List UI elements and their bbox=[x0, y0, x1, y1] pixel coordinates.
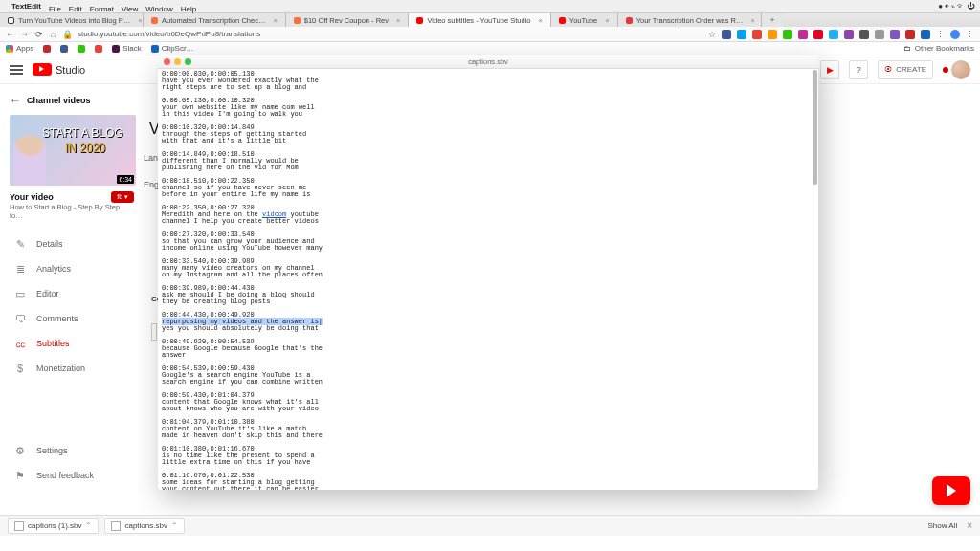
tb-badge[interactable]: fb ▾ bbox=[111, 191, 134, 203]
bookmark-icon[interactable] bbox=[95, 45, 102, 53]
ext-icon[interactable] bbox=[722, 30, 731, 39]
menu-label: Settings bbox=[36, 446, 68, 455]
scrollbar-thumb[interactable] bbox=[813, 70, 817, 185]
tab-label: $10 Off Rev Coupon - Rev bbox=[304, 16, 389, 25]
star-icon[interactable]: ☆ bbox=[707, 30, 716, 38]
favicon-notion-icon bbox=[8, 17, 14, 24]
ext-icon[interactable] bbox=[752, 30, 762, 39]
favicon-rev-icon bbox=[294, 17, 301, 24]
tab-close-icon[interactable]: × bbox=[396, 16, 400, 25]
sidebar-item-comments[interactable]: 🗨Comments bbox=[4, 306, 140, 331]
menu-icon: $ bbox=[13, 362, 27, 375]
youtube-pip[interactable] bbox=[932, 476, 970, 505]
home-button-icon[interactable]: ⌂ bbox=[49, 30, 57, 38]
ext-icon[interactable] bbox=[813, 30, 823, 39]
lock-icon[interactable]: 🔒 bbox=[63, 30, 72, 38]
tab-close-icon[interactable]: × bbox=[273, 16, 277, 25]
ext-overflow-icon[interactable]: ⋮ bbox=[936, 30, 945, 38]
back-to-channel[interactable]: ← Channel videos bbox=[4, 90, 140, 115]
ext-icon[interactable] bbox=[768, 30, 777, 39]
your-video-label: Your video bbox=[10, 192, 54, 202]
close-shelf-icon[interactable]: × bbox=[967, 520, 972, 531]
sidebar-item-send-feedback[interactable]: ⚑Send feedback bbox=[4, 463, 140, 488]
address-url[interactable]: studio.youtube.com/video/b6DeQwPdPu8/tra… bbox=[78, 30, 260, 38]
menu-label: Monetization bbox=[36, 364, 85, 373]
tab-rev-2[interactable]: $10 Off Rev Coupon - Rev× bbox=[286, 13, 410, 27]
tab-rev-1[interactable]: Automated Transcription Chec…× bbox=[144, 13, 286, 27]
ext-icon[interactable] bbox=[798, 30, 808, 39]
menu-file[interactable]: File bbox=[49, 5, 61, 13]
studio-logo[interactable]: Studio bbox=[33, 63, 85, 76]
textedit-body[interactable]: 0:00:00.030,0:00:05.130 have you ever wo… bbox=[158, 69, 818, 490]
bookmark-apps[interactable]: Apps bbox=[6, 44, 33, 53]
avatar[interactable] bbox=[951, 60, 970, 79]
tab-gmail[interactable]: Your Transcription Order was R…× bbox=[618, 13, 762, 27]
bookmark-icon[interactable] bbox=[78, 45, 85, 53]
ext-icon[interactable] bbox=[783, 30, 792, 39]
tab-close-icon[interactable]: × bbox=[538, 16, 542, 25]
bookmark-icon[interactable] bbox=[60, 45, 68, 53]
tubebuddy-icon[interactable]: ▶ bbox=[820, 60, 839, 79]
menu-label: Editor bbox=[36, 289, 59, 298]
tab-youtube[interactable]: YouTube× bbox=[551, 13, 618, 27]
ext-icon[interactable] bbox=[859, 30, 869, 39]
ext-icon[interactable] bbox=[829, 30, 838, 39]
menu-format[interactable]: Format bbox=[90, 5, 114, 13]
window-close-icon[interactable] bbox=[164, 58, 170, 65]
menu-label: Send feedback bbox=[36, 471, 94, 480]
file-icon bbox=[14, 521, 24, 531]
window-zoom-icon[interactable] bbox=[185, 58, 191, 65]
menu-icon: 🗨 bbox=[13, 312, 27, 325]
chevron-up-icon[interactable]: ⌃ bbox=[85, 521, 92, 530]
back-button-icon[interactable]: ← bbox=[6, 30, 14, 38]
sidebar-item-editor[interactable]: ▭Editor bbox=[4, 281, 140, 306]
menu-window[interactable]: Window bbox=[145, 5, 172, 13]
tab-close-icon[interactable]: × bbox=[138, 16, 142, 25]
tab-close-icon[interactable]: × bbox=[751, 16, 755, 25]
chrome-menu-icon[interactable]: ⋮ bbox=[966, 30, 974, 38]
browser-tabstrip: Turn YouTube Videos into Blog P…× Automa… bbox=[0, 13, 980, 27]
window-titlebar[interactable]: captions.sbv bbox=[158, 55, 818, 69]
menu-edit[interactable]: Edit bbox=[69, 5, 82, 13]
video-thumbnail[interactable]: START A BLOG IN 2020 6:34 bbox=[10, 115, 136, 186]
create-button[interactable]: ⦿ CREATE bbox=[878, 60, 933, 79]
sidebar-item-analytics[interactable]: ≣Analytics bbox=[4, 256, 140, 281]
forward-button-icon[interactable]: → bbox=[20, 30, 29, 38]
menu-help[interactable]: Help bbox=[181, 5, 196, 13]
menu-view[interactable]: View bbox=[122, 5, 138, 13]
tab-notion[interactable]: Turn YouTube Videos into Blog P…× bbox=[0, 13, 144, 27]
menubar-app-name[interactable]: TextEdit bbox=[11, 2, 41, 11]
tab-youtube-studio[interactable]: Video subtitles - YouTube Studio× bbox=[409, 13, 550, 27]
other-bookmarks[interactable]: Other Bookmarks bbox=[915, 44, 974, 53]
menu-label: Analytics bbox=[36, 264, 71, 274]
folder-icon: 🗀 bbox=[903, 44, 911, 53]
download-item[interactable]: captions.sbv ⌃ bbox=[104, 518, 184, 534]
help-icon[interactable]: ? bbox=[849, 60, 868, 79]
show-all-downloads[interactable]: Show All bbox=[927, 521, 957, 530]
sidebar-item-subtitles[interactable]: ㏄Subtitles bbox=[4, 331, 140, 356]
ext-icon[interactable] bbox=[921, 30, 930, 39]
bookmark-clipscribe[interactable]: ClipScr… bbox=[151, 44, 194, 53]
ext-icon[interactable] bbox=[890, 30, 900, 39]
hamburger-icon[interactable] bbox=[10, 65, 23, 75]
reload-button-icon[interactable]: ⟳ bbox=[34, 30, 43, 38]
sidebar-item-monetization[interactable]: $Monetization bbox=[4, 356, 140, 381]
tab-close-icon[interactable]: × bbox=[605, 16, 609, 25]
profile-icon[interactable] bbox=[950, 30, 960, 39]
ext-icon[interactable] bbox=[844, 30, 854, 39]
window-minimize-icon[interactable] bbox=[174, 58, 181, 65]
bookmark-slack[interactable]: Slack bbox=[112, 44, 142, 53]
sidebar-item-settings[interactable]: ⚙Settings bbox=[4, 438, 140, 463]
ext-icon[interactable] bbox=[737, 30, 746, 39]
menu-label: Comments bbox=[36, 314, 78, 323]
chevron-up-icon[interactable]: ⌃ bbox=[171, 521, 178, 530]
bookmark-icon[interactable] bbox=[43, 45, 51, 53]
textedit-window[interactable]: captions.sbv 0:00:00.030,0:00:05.130 hav… bbox=[158, 55, 818, 490]
sbv-text[interactable]: 0:00:00.030,0:00:05.130 have you ever wo… bbox=[158, 69, 818, 490]
new-tab-button[interactable]: ＋ bbox=[762, 13, 783, 27]
download-item[interactable]: captions (1).sbv ⌃ bbox=[8, 518, 99, 534]
ext-icon[interactable] bbox=[905, 30, 915, 39]
menu-icon: ▭ bbox=[13, 287, 27, 300]
sidebar-item-details[interactable]: ✎Details bbox=[4, 231, 140, 256]
ext-icon[interactable] bbox=[875, 30, 884, 39]
